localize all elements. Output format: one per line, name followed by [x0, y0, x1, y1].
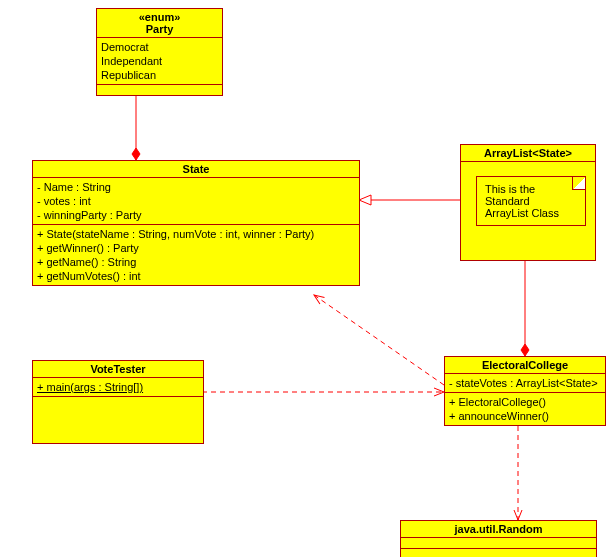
class-title: «enum» Party [97, 9, 222, 38]
class-votetester: VoteTester + main(args : String[]) [32, 360, 204, 444]
class-party: «enum» Party Democrat Independant Republ… [96, 8, 223, 96]
class-electoralcollege: ElectoralCollege - stateVotes : ArrayLis… [444, 356, 606, 426]
svg-line-3 [314, 295, 444, 385]
class-state: State - Name : String - votes : int - wi… [32, 160, 360, 286]
class-random: java.util.Random [400, 520, 597, 557]
note-arraylist: This is the Standard ArrayList Class [476, 176, 586, 226]
